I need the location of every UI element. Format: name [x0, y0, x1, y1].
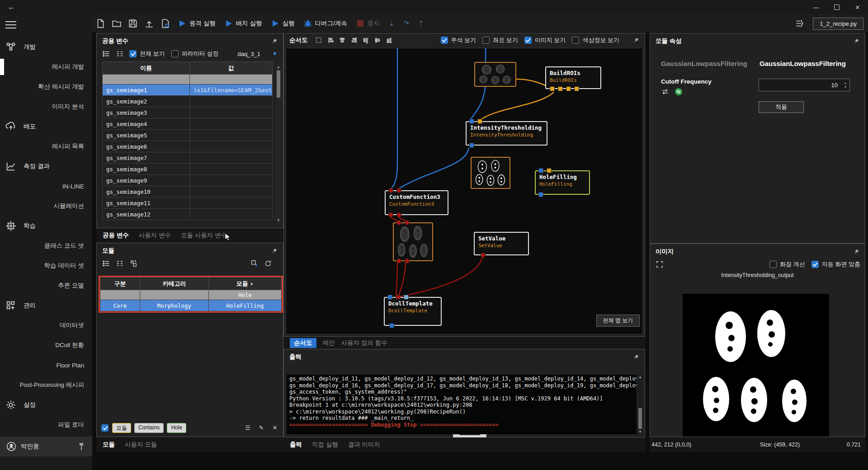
view-option-checkbox-주석-보기[interactable] — [441, 37, 448, 44]
variable-row[interactable]: gs_semimage7 — [103, 152, 273, 164]
sidebar-item-측정-결과[interactable]: 측정 결과 — [0, 157, 92, 175]
connector-blue-square[interactable] — [469, 143, 474, 148]
result-image[interactable] — [683, 294, 829, 437]
scroll-up-icon[interactable]: ▲ — [277, 65, 280, 69]
pin-icon[interactable] — [633, 354, 639, 360]
connector-blue-square[interactable] — [538, 192, 543, 197]
sidebar-item-개발[interactable]: 개발 — [0, 38, 92, 56]
sidebar-item-학습[interactable]: 학습 — [0, 217, 92, 235]
filter-icon[interactable]: ▼ — [250, 282, 254, 287]
connector-blue-square[interactable] — [538, 168, 543, 173]
connector-orange-square[interactable] — [574, 86, 579, 91]
module-category-cell[interactable]: Morphology — [140, 300, 209, 311]
toolbar-button-배치-실행[interactable]: 배치 실행 — [225, 19, 262, 28]
variable-row[interactable]: gs_semimage1le1&filename=SEAM_2&extensio — [103, 85, 273, 96]
new-file-icon[interactable] — [95, 19, 105, 28]
flow-node-image-node-faded2[interactable] — [393, 222, 433, 261]
edit-filter-icon[interactable]: ✎ — [258, 424, 265, 432]
connector-red-circle[interactable] — [396, 220, 401, 225]
clear-filter-icon[interactable]: ✕ — [271, 424, 278, 432]
grid-view-icon[interactable] — [116, 50, 124, 58]
tab-메인[interactable]: 메인 — [323, 339, 335, 347]
variable-name-cell[interactable]: gs_semimage9 — [103, 175, 190, 186]
toolbar-button-원격-실행[interactable]: 원격 실행 — [178, 19, 216, 28]
connector-red-circle[interactable] — [388, 188, 393, 193]
connector-blue-square[interactable] — [389, 323, 394, 328]
align-middle-icon[interactable] — [374, 37, 381, 44]
column-header-type[interactable]: 구분 — [100, 277, 140, 290]
variable-value-cell[interactable] — [190, 96, 273, 107]
spinner-arrows[interactable]: ▲▼ — [841, 81, 849, 89]
connector-red-circle[interactable] — [396, 212, 401, 217]
pin-icon[interactable] — [853, 249, 859, 255]
connector-red-circle[interactable] — [396, 295, 401, 300]
variable-value-cell[interactable] — [190, 197, 273, 209]
variable-row[interactable]: gs_semimage9 — [103, 175, 273, 186]
variable-name-cell[interactable]: gs_semimage10 — [103, 186, 190, 197]
tab-모듈-사용자-변수[interactable]: 모듈 사용자 변수 — [181, 231, 227, 240]
connector-orange-square[interactable] — [547, 168, 552, 173]
tab-공용-변수[interactable]: 공용 변수 — [103, 231, 129, 240]
variable-value-cell[interactable] — [190, 130, 273, 141]
tab-사용자-변수[interactable]: 사용자 변수 — [139, 231, 171, 240]
variable-name-cell[interactable]: gs_semimage6 — [103, 141, 190, 152]
module-result-row[interactable]: CoreMorphologyHoleFilling — [100, 300, 282, 311]
grid-view-icon[interactable] — [116, 259, 124, 268]
select-icon[interactable] — [315, 37, 322, 44]
filter-cell[interactable] — [190, 75, 273, 85]
cutoff-frequency-input[interactable]: 10 ▲▼ — [759, 79, 850, 91]
connector-red-circle[interactable] — [405, 220, 410, 225]
sidebar-item-이미지-분석[interactable]: 이미지 분석 — [0, 98, 92, 116]
align-left-icon[interactable] — [327, 37, 334, 44]
filter-enabled-checkbox[interactable] — [101, 424, 108, 432]
variable-value-cell[interactable] — [190, 209, 273, 220]
variable-row[interactable]: gs_semimage8 — [103, 164, 273, 175]
filter-cell[interactable] — [103, 75, 190, 85]
scroll-down-icon[interactable]: ▼ — [637, 430, 643, 434]
view-option-checkbox-색상정보-보기[interactable] — [572, 37, 579, 44]
sidebar-item-설정[interactable]: 설정 — [0, 396, 92, 414]
pin-icon[interactable] — [633, 37, 639, 43]
connector-red-circle[interactable] — [481, 253, 486, 258]
full-map-button[interactable]: 전체 맵 보기 — [596, 315, 640, 327]
filter-chip-contains[interactable]: Contains — [134, 423, 164, 433]
sidebar-item-floor-plan[interactable]: Floor Plan — [0, 356, 92, 374]
tab-사용자-정의-함수[interactable]: 사용자 정의 함수 — [341, 339, 387, 347]
variable-name-cell[interactable]: gs_semimage5 — [103, 130, 190, 141]
sidebar-item-in-line[interactable]: IN-LINE — [0, 177, 92, 195]
variable-value-cell[interactable] — [190, 107, 273, 118]
connector-blue-square[interactable] — [469, 119, 474, 124]
connector-blue-square[interactable] — [387, 295, 392, 300]
variable-value-cell[interactable] — [190, 164, 273, 175]
slider-settings-icon[interactable] — [675, 88, 683, 96]
variable-name-cell[interactable]: gs_semimage7 — [103, 152, 190, 164]
filter-menu-icon[interactable]: ☰ — [244, 424, 251, 432]
connector-orange-square[interactable] — [477, 119, 482, 124]
variable-row[interactable]: gs_semimage12 — [103, 209, 273, 220]
list-view-icon[interactable] — [102, 259, 110, 268]
flow-node-DcollTemplate[interactable]: DcollTemplateDcollTemplate — [384, 297, 442, 326]
variable-name-cell[interactable]: gs_semimage3 — [103, 107, 190, 118]
align-bottom-icon[interactable] — [386, 37, 393, 44]
tab-결과-이미지[interactable]: 결과 이미지 — [348, 441, 380, 449]
flow-node-image-node-binary[interactable] — [471, 157, 510, 189]
module-module-cell[interactable]: HoleFilling — [209, 300, 282, 311]
open-folder-icon[interactable] — [112, 19, 122, 28]
sidebar-item-데이터셋[interactable]: 데이터셋 — [0, 316, 92, 334]
maximize-button[interactable] — [826, 0, 847, 14]
pin-icon[interactable] — [853, 38, 859, 44]
variable-row[interactable]: gs_semimage6 — [103, 141, 273, 152]
sidebar-item-시뮬레이션[interactable]: 시뮬레이션 — [0, 197, 92, 215]
sidebar-item-관리[interactable]: 관리 — [0, 296, 92, 315]
variable-row[interactable]: gs_semimage10 — [103, 186, 273, 197]
sidebar-item-레시피-개발[interactable]: 레시피 개발 — [0, 58, 92, 76]
variable-row[interactable]: gs_semimage11 — [103, 197, 273, 209]
swap-arrows-icon[interactable] — [661, 88, 669, 96]
flow-node-IntensityThresholding[interactable]: IntensityThresholdingIntensityThresholdi… — [466, 121, 547, 146]
scrollbar-thumb[interactable] — [638, 408, 642, 429]
column-header-name[interactable]: 이름 — [103, 62, 190, 75]
sidebar-item-레시피-목록[interactable]: 레시피 목록 — [0, 137, 92, 155]
sidebar-item-클래스-코드-셋[interactable]: 클래스 코드 셋 — [0, 237, 92, 255]
variables-filter-row[interactable] — [103, 75, 273, 85]
connector-red-circle[interactable] — [396, 258, 401, 263]
